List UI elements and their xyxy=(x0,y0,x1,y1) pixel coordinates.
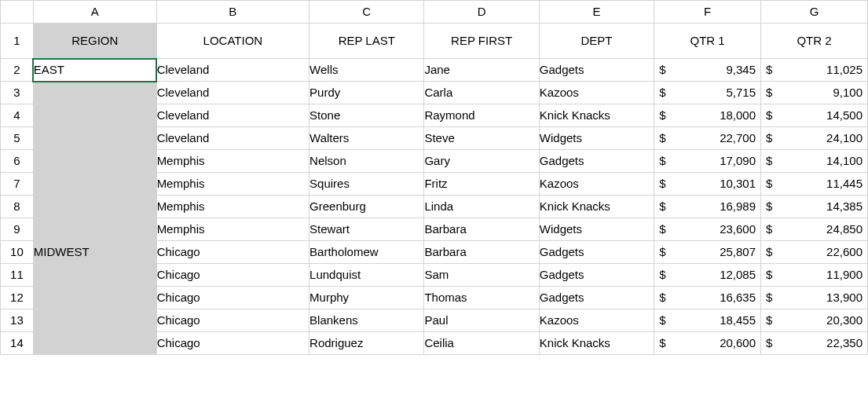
cell[interactable]: $5,715 xyxy=(654,82,761,104)
cell[interactable] xyxy=(33,332,156,355)
cell[interactable]: Chicago xyxy=(156,287,309,309)
cell[interactable]: $18,455 xyxy=(654,309,761,332)
cell[interactable]: $24,100 xyxy=(761,127,868,150)
cell[interactable]: $11,025 xyxy=(761,59,868,82)
cell[interactable]: Kazoos xyxy=(539,173,654,196)
cell[interactable]: Stewart xyxy=(309,218,424,241)
cell[interactable]: Memphis xyxy=(156,150,309,173)
cell[interactable]: Fritz xyxy=(424,173,539,196)
cell[interactable]: Squires xyxy=(309,173,424,196)
cell[interactable]: Raymond xyxy=(424,104,539,127)
cell[interactable]: Gary xyxy=(424,150,539,173)
cell[interactable]: $10,301 xyxy=(654,173,761,196)
cell[interactable]: Murphy xyxy=(309,287,424,309)
cell[interactable]: Bartholomew xyxy=(309,241,424,264)
cell[interactable]: Carla xyxy=(424,82,539,104)
cell[interactable]: Cleveland xyxy=(156,59,309,82)
cell[interactable]: $14,500 xyxy=(761,104,868,127)
cell[interactable]: Memphis xyxy=(156,173,309,196)
cell[interactable]: Wells xyxy=(309,59,424,82)
cell[interactable]: Chicago xyxy=(156,241,309,264)
cell[interactable]: Greenburg xyxy=(309,196,424,218)
cell[interactable] xyxy=(33,287,156,309)
cell[interactable]: Nelson xyxy=(309,150,424,173)
cell[interactable]: Cleveland xyxy=(156,82,309,104)
row-header-8[interactable]: 8 xyxy=(1,196,34,218)
cell[interactable]: Barbara xyxy=(424,241,539,264)
cell[interactable] xyxy=(33,82,156,104)
cell[interactable]: MIDWEST xyxy=(33,241,156,264)
cell[interactable]: Sam xyxy=(424,264,539,287)
cell[interactable]: $11,445 xyxy=(761,173,868,196)
cell[interactable]: Chicago xyxy=(156,309,309,332)
column-header-F[interactable]: F xyxy=(654,1,761,24)
row-header-9[interactable]: 9 xyxy=(1,218,34,241)
cell[interactable]: LOCATION xyxy=(156,24,309,59)
cell[interactable]: Lundquist xyxy=(309,264,424,287)
row-header-7[interactable]: 7 xyxy=(1,173,34,196)
cell[interactable]: $22,350 xyxy=(761,332,868,355)
cell[interactable]: Jane xyxy=(424,59,539,82)
row-header-3[interactable]: 3 xyxy=(1,82,34,104)
cell[interactable]: $11,900 xyxy=(761,264,868,287)
cell[interactable]: Gadgets xyxy=(539,241,654,264)
cell[interactable] xyxy=(33,218,156,241)
cell[interactable] xyxy=(33,309,156,332)
cell[interactable] xyxy=(33,264,156,287)
cell[interactable]: $18,000 xyxy=(654,104,761,127)
cell[interactable]: $12,085 xyxy=(654,264,761,287)
row-header-6[interactable]: 6 xyxy=(1,150,34,173)
cell[interactable] xyxy=(33,127,156,150)
cell[interactable]: Blankens xyxy=(309,309,424,332)
row-header-11[interactable]: 11 xyxy=(1,264,34,287)
spreadsheet-grid[interactable]: A B C D E F G 1 REGION LOCATION REP LAST… xyxy=(0,0,868,355)
select-all-corner[interactable] xyxy=(1,1,34,24)
cell[interactable]: Barbara xyxy=(424,218,539,241)
cell[interactable]: Paul xyxy=(424,309,539,332)
cell[interactable]: Thomas xyxy=(424,287,539,309)
cell[interactable]: Kazoos xyxy=(539,309,654,332)
row-header-4[interactable]: 4 xyxy=(1,104,34,127)
cell[interactable]: Rodriguez xyxy=(309,332,424,355)
row-header-5[interactable]: 5 xyxy=(1,127,34,150)
cell[interactable] xyxy=(33,104,156,127)
cell[interactable]: $9,345 xyxy=(654,59,761,82)
cell[interactable]: QTR 2 xyxy=(761,24,868,59)
cell[interactable]: $14,100 xyxy=(761,150,868,173)
cell[interactable]: Knick Knacks xyxy=(539,196,654,218)
column-header-E[interactable]: E xyxy=(539,1,654,24)
cell[interactable]: REP FIRST xyxy=(424,24,539,59)
cell[interactable]: $22,700 xyxy=(654,127,761,150)
row-header-10[interactable]: 10 xyxy=(1,241,34,264)
cell[interactable]: Walters xyxy=(309,127,424,150)
cell[interactable]: $20,300 xyxy=(761,309,868,332)
cell[interactable]: Knick Knacks xyxy=(539,332,654,355)
cell[interactable]: $23,600 xyxy=(654,218,761,241)
cell[interactable]: Gadgets xyxy=(539,150,654,173)
cell[interactable]: Cleveland xyxy=(156,127,309,150)
cell[interactable] xyxy=(33,173,156,196)
cell[interactable]: Ceilia xyxy=(424,332,539,355)
column-header-C[interactable]: C xyxy=(309,1,424,24)
cell[interactable]: Memphis xyxy=(156,218,309,241)
cell[interactable]: $25,807 xyxy=(654,241,761,264)
cell[interactable]: Chicago xyxy=(156,332,309,355)
cell[interactable]: Stone xyxy=(309,104,424,127)
cell[interactable]: $13,900 xyxy=(761,287,868,309)
cell-active[interactable]: EAST xyxy=(33,59,156,82)
cell[interactable]: Purdy xyxy=(309,82,424,104)
cell[interactable]: $22,600 xyxy=(761,241,868,264)
cell[interactable]: REGION xyxy=(33,24,156,59)
cell[interactable] xyxy=(33,196,156,218)
cell[interactable]: REP LAST xyxy=(309,24,424,59)
cell[interactable]: $17,090 xyxy=(654,150,761,173)
cell[interactable]: Widgets xyxy=(539,218,654,241)
cell[interactable]: $9,100 xyxy=(761,82,868,104)
column-header-G[interactable]: G xyxy=(761,1,868,24)
cell[interactable]: $20,600 xyxy=(654,332,761,355)
cell[interactable]: Chicago xyxy=(156,264,309,287)
cell[interactable]: QTR 1 xyxy=(654,24,761,59)
cell[interactable] xyxy=(33,150,156,173)
cell[interactable]: $16,635 xyxy=(654,287,761,309)
cell[interactable]: Knick Knacks xyxy=(539,104,654,127)
